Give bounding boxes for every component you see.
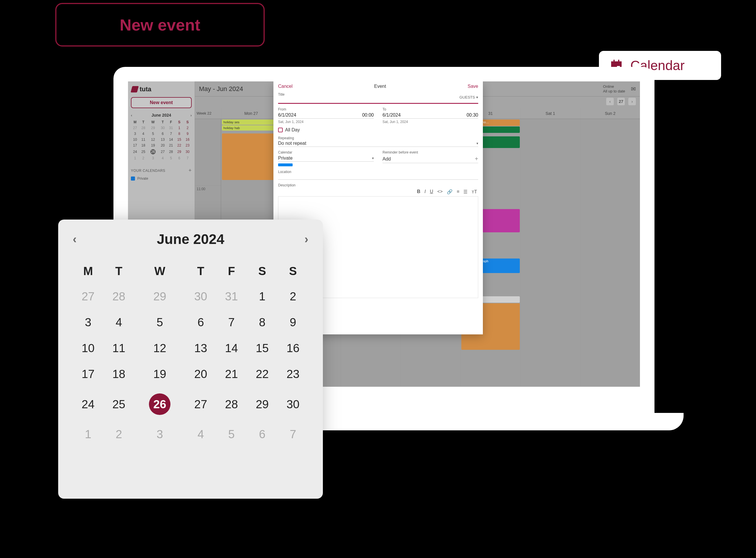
- location-input[interactable]: [278, 174, 478, 180]
- mini-cal-day[interactable]: 29: [175, 148, 183, 155]
- mini-cal-day[interactable]: 1: [131, 155, 139, 161]
- mini-cal-day[interactable]: 28: [167, 148, 175, 155]
- day-column[interactable]: [521, 119, 580, 386]
- popup-cal-day[interactable]: 21: [216, 364, 247, 384]
- cancel-button[interactable]: Cancel: [278, 84, 293, 89]
- popup-cal-day[interactable]: 10: [73, 338, 104, 358]
- popup-cal-day[interactable]: 15: [247, 338, 278, 358]
- code-icon[interactable]: <>: [437, 189, 443, 195]
- nav-today-icon[interactable]: 27: [617, 98, 625, 105]
- popup-cal-day[interactable]: 30: [277, 390, 308, 418]
- popup-cal-day[interactable]: 6: [185, 312, 216, 332]
- mini-cal-day[interactable]: 5: [148, 131, 158, 137]
- mini-cal-day[interactable]: 15: [175, 137, 183, 143]
- popup-cal-day[interactable]: 17: [73, 364, 104, 384]
- mini-cal-day[interactable]: 28: [139, 125, 147, 131]
- link-icon[interactable]: 🔗: [447, 189, 453, 195]
- popup-cal-day[interactable]: 28: [104, 286, 134, 306]
- popup-cal-day[interactable]: 7: [216, 312, 247, 332]
- mini-cal-next-icon[interactable]: ›: [191, 113, 192, 118]
- mini-cal-day[interactable]: 27: [158, 148, 167, 155]
- mini-cal-day[interactable]: 22: [175, 143, 183, 148]
- popup-cal-day[interactable]: 25: [104, 390, 134, 418]
- mini-cal-day[interactable]: 16: [183, 137, 192, 143]
- popup-cal-day[interactable]: 9: [277, 312, 308, 332]
- mini-cal-day[interactable]: 12: [148, 137, 158, 143]
- popup-cal-day[interactable]: 11: [104, 338, 134, 358]
- repeating-select[interactable]: Do not repeat ▾: [278, 140, 478, 147]
- mini-cal-day[interactable]: 24: [131, 148, 139, 155]
- mini-cal-day[interactable]: 7: [167, 131, 175, 137]
- to-date-input[interactable]: 6/1/2024 00:30: [382, 112, 478, 119]
- event-holiday1[interactable]: holiday ses: [222, 120, 280, 125]
- calendar-select[interactable]: Private ▾: [278, 155, 374, 162]
- sidebar-new-event-button[interactable]: New event: [131, 97, 192, 108]
- popup-cal-day[interactable]: 14: [216, 338, 247, 358]
- popup-cal-day[interactable]: 18: [104, 364, 134, 384]
- mini-cal-day[interactable]: 1: [175, 125, 183, 131]
- save-button[interactable]: Save: [468, 84, 478, 89]
- mini-cal-day[interactable]: 5: [167, 155, 175, 161]
- event-block[interactable]: [222, 133, 280, 180]
- popup-cal-day[interactable]: 28: [216, 390, 247, 418]
- mini-cal-day[interactable]: 4: [139, 131, 147, 137]
- popup-cal-day[interactable]: 7: [277, 424, 308, 444]
- mini-cal-day[interactable]: 27: [131, 125, 139, 131]
- mini-cal-day[interactable]: 30: [158, 125, 167, 131]
- popup-cal-day[interactable]: 1: [247, 286, 278, 306]
- popup-cal-day[interactable]: 13: [185, 338, 216, 358]
- mini-cal-day[interactable]: 7: [183, 155, 192, 161]
- title-input[interactable]: [278, 97, 460, 102]
- popup-cal-day[interactable]: 23: [277, 364, 308, 384]
- popup-cal-day[interactable]: 4: [104, 312, 134, 332]
- mini-cal-day[interactable]: 4: [158, 155, 167, 161]
- popup-cal-day[interactable]: 29: [134, 286, 185, 306]
- new-event-badge[interactable]: New event: [55, 3, 265, 47]
- popup-cal-day[interactable]: 26: [134, 390, 185, 418]
- popup-cal-day[interactable]: 12: [134, 338, 185, 358]
- calendar-item-private[interactable]: Private: [131, 177, 192, 181]
- italic-icon[interactable]: I: [424, 189, 426, 195]
- popup-cal-day[interactable]: 2: [104, 424, 134, 444]
- popup-cal-day[interactable]: 24: [73, 390, 104, 418]
- mini-cal-prev-icon[interactable]: ‹: [131, 113, 132, 118]
- all-day-checkbox[interactable]: All Day: [278, 127, 478, 133]
- event-holiday2[interactable]: holiday hab: [222, 125, 280, 131]
- underline-icon[interactable]: U: [430, 189, 433, 195]
- popup-cal-day[interactable]: 8: [247, 312, 278, 332]
- mini-cal-day[interactable]: 10: [131, 137, 139, 143]
- popup-cal-day[interactable]: 5: [216, 424, 247, 444]
- popup-cal-prev-icon[interactable]: ‹: [73, 233, 76, 246]
- mini-cal-day[interactable]: 2: [183, 125, 192, 131]
- from-date-input[interactable]: 6/1/2024 00:00: [278, 112, 374, 119]
- sidebar-mini-calendar[interactable]: ‹ June 2024 › MTWTFSS 272829303112345678…: [131, 111, 192, 161]
- popup-cal-day[interactable]: 29: [247, 390, 278, 418]
- mini-cal-day[interactable]: 23: [183, 143, 192, 148]
- guests-dropdown[interactable]: GUESTS ▾: [460, 95, 478, 99]
- day-column[interactable]: [580, 119, 640, 386]
- mail-icon[interactable]: ✉: [631, 85, 636, 93]
- popup-cal-day[interactable]: 31: [216, 286, 247, 306]
- popup-cal-day[interactable]: 5: [134, 312, 185, 332]
- mini-cal-day[interactable]: 19: [148, 143, 158, 148]
- mini-cal-day[interactable]: 21: [167, 143, 175, 148]
- clear-format-icon[interactable]: ᴛT: [472, 189, 477, 195]
- mini-cal-day[interactable]: 11: [139, 137, 147, 143]
- popup-cal-day[interactable]: 3: [73, 312, 104, 332]
- mini-cal-day[interactable]: 6: [175, 155, 183, 161]
- mini-cal-day[interactable]: 6: [158, 131, 167, 137]
- mini-cal-day[interactable]: 25: [139, 148, 147, 155]
- list-number-icon[interactable]: ☰: [463, 189, 468, 195]
- reminder-add[interactable]: Add +: [382, 155, 478, 163]
- mini-cal-day[interactable]: 13: [158, 137, 167, 143]
- list-bullet-icon[interactable]: ≡: [457, 189, 459, 195]
- popup-cal-day[interactable]: 4: [185, 424, 216, 444]
- bold-icon[interactable]: B: [417, 189, 421, 195]
- popup-cal-day[interactable]: 27: [185, 390, 216, 418]
- popup-cal-day[interactable]: 6: [247, 424, 278, 444]
- mini-cal-day[interactable]: 31: [167, 125, 175, 131]
- mini-cal-day[interactable]: 18: [139, 143, 147, 148]
- mini-cal-day[interactable]: 30: [183, 148, 192, 155]
- mini-cal-day[interactable]: 26: [148, 148, 158, 155]
- popup-cal-day[interactable]: 19: [134, 364, 185, 384]
